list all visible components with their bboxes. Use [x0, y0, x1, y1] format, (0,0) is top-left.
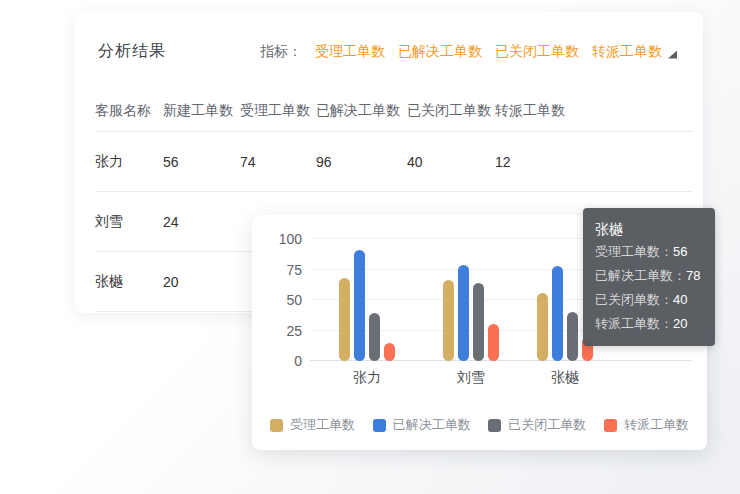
bar-已关闭工单数[interactable]: [369, 313, 380, 361]
legend-item-受理工单数[interactable]: 受理工单数: [270, 416, 355, 434]
bar-受理工单数[interactable]: [443, 280, 454, 361]
x-axis-category-label: 张樾: [537, 369, 593, 387]
bar-受理工单数[interactable]: [537, 293, 548, 361]
panel-header: 分析结果 指标： 受理工单数已解决工单数已关闭工单数转派工单数: [75, 12, 703, 91]
table-cell: 40: [407, 154, 495, 170]
y-axis-tick-label: 50: [264, 292, 302, 308]
tooltip-line-label: 受理工单数：: [595, 244, 673, 259]
indicator-link-4[interactable]: 转派工单数: [592, 43, 662, 59]
bar-已关闭工单数[interactable]: [567, 312, 578, 361]
table-row[interactable]: 张力5674964012: [95, 132, 693, 192]
legend-color-chip: [488, 419, 501, 432]
tooltip-title: 张樾: [595, 218, 703, 240]
bar-已解决工单数[interactable]: [552, 266, 563, 361]
chart-legend: 受理工单数已解决工单数已关闭工单数转派工单数: [270, 416, 689, 434]
indicator-label: 指标：: [260, 43, 302, 61]
dropdown-caret-icon[interactable]: [668, 51, 677, 59]
indicator-links: 受理工单数已解决工单数已关闭工单数转派工单数: [302, 43, 662, 61]
tooltip-line: 已解决工单数：78: [595, 264, 703, 288]
tooltip-line-value: 56: [673, 244, 687, 259]
tooltip-line-value: 78: [686, 268, 700, 283]
tooltip-lines: 受理工单数：56已解决工单数：78已关闭单数：40转派工单数：20: [595, 240, 703, 336]
x-axis-category-label: 张力: [339, 369, 395, 387]
column-header: 已关闭工单数: [407, 102, 495, 120]
tooltip-line-label: 已关闭单数：: [595, 292, 673, 307]
column-header: 受理工单数: [240, 102, 316, 120]
indicator-link-3[interactable]: 已关闭工单数: [495, 43, 579, 59]
legend-color-chip: [373, 419, 386, 432]
table-cell: 刘雪: [95, 213, 163, 231]
tooltip-line: 受理工单数：56: [595, 240, 703, 264]
bar-group-张力: [339, 239, 395, 361]
y-axis-tick-label: 25: [264, 323, 302, 339]
legend-item-已解决工单数[interactable]: 已解决工单数: [373, 416, 471, 434]
indicator-link-2[interactable]: 已解决工单数: [398, 43, 482, 59]
bar-转派工单数[interactable]: [488, 324, 499, 361]
page-title: 分析结果: [98, 41, 166, 62]
table-cell: 20: [163, 274, 240, 290]
column-header: 已解决工单数: [316, 102, 407, 120]
legend-label: 已解决工单数: [393, 416, 471, 434]
chart-tooltip: 张樾 受理工单数：56已解决工单数：78已关闭单数：40转派工单数：20: [583, 208, 715, 346]
legend-label: 转派工单数: [624, 416, 689, 434]
bar-已解决工单数[interactable]: [354, 250, 365, 361]
column-header: 客服名称: [95, 102, 163, 120]
table-cell: 张力: [95, 153, 163, 171]
tooltip-line: 已关闭单数：40: [595, 288, 703, 312]
tooltip-line: 转派工单数：20: [595, 312, 703, 336]
tooltip-line-value: 20: [673, 316, 687, 331]
table-header-row: 客服名称新建工单数受理工单数已解决工单数已关闭工单数转派工单数: [95, 91, 693, 132]
bar-已关闭工单数[interactable]: [473, 283, 484, 361]
table-cell: 24: [163, 214, 240, 230]
legend-label: 受理工单数: [290, 416, 355, 434]
legend-color-chip: [604, 419, 617, 432]
bar-受理工单数[interactable]: [339, 278, 350, 361]
x-axis-category-label: 刘雪: [443, 369, 499, 387]
tooltip-line-value: 40: [673, 292, 687, 307]
bar-已解决工单数[interactable]: [458, 265, 469, 361]
legend-item-转派工单数[interactable]: 转派工单数: [604, 416, 689, 434]
table-cell: 张樾: [95, 273, 163, 291]
table-cell: 96: [316, 154, 407, 170]
legend-color-chip: [270, 419, 283, 432]
indicator-filter-bar: 指标： 受理工单数已解决工单数已关闭工单数转派工单数: [260, 43, 677, 61]
tooltip-line-label: 已解决工单数：: [595, 268, 686, 283]
legend-item-已关闭工单数[interactable]: 已关闭工单数: [488, 416, 586, 434]
table-cell: 12: [495, 154, 693, 170]
indicator-link-1[interactable]: 受理工单数: [315, 43, 385, 59]
y-axis-tick-label: 0: [264, 353, 302, 369]
tooltip-line-label: 转派工单数：: [595, 316, 673, 331]
table-cell: 56: [163, 154, 240, 170]
y-axis-tick-label: 75: [264, 262, 302, 278]
table-cell: 74: [240, 154, 316, 170]
bar-group-刘雪: [443, 239, 499, 361]
bar-转派工单数[interactable]: [384, 343, 395, 361]
column-header: 新建工单数: [163, 102, 240, 120]
y-axis-tick-label: 100: [264, 231, 302, 247]
column-header: 转派工单数: [495, 102, 693, 120]
legend-label: 已关闭工单数: [508, 416, 586, 434]
